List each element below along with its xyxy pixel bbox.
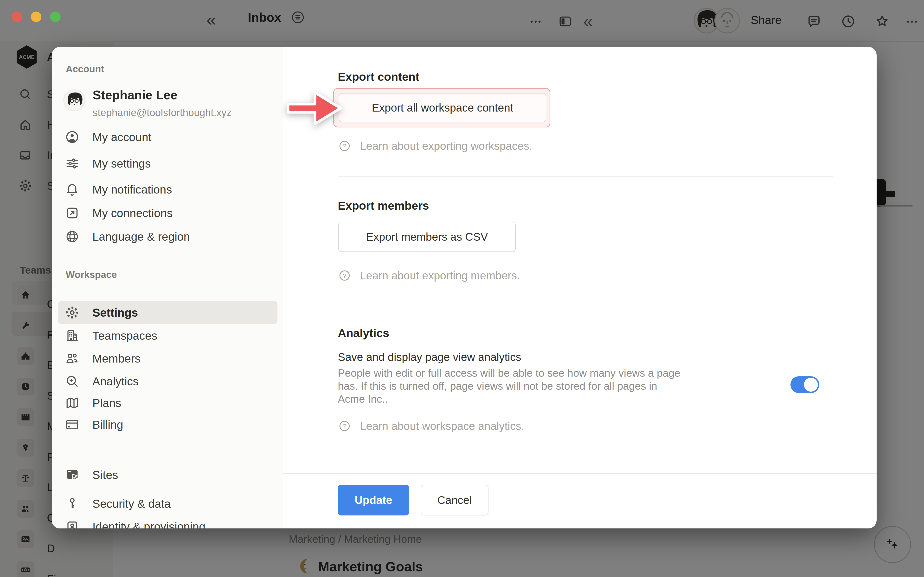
toggle-knob	[804, 378, 818, 392]
sidebar-item-sites[interactable]: Sites	[65, 463, 118, 486]
minimize-window-button[interactable]	[31, 11, 41, 22]
section-divider	[338, 304, 833, 305]
window-controls	[11, 11, 61, 22]
analytics-description: People with edit or full access will be …	[338, 367, 680, 406]
credit-card-icon	[65, 417, 79, 432]
browser-cursor-icon	[65, 467, 79, 482]
account-section-header: Account	[66, 64, 104, 74]
workspace-section-header: Workspace	[66, 269, 117, 280]
map-icon	[65, 396, 79, 410]
analytics-setting-title: Save and display page view analytics	[338, 351, 521, 364]
svg-text:?: ?	[343, 143, 346, 150]
sidebar-item-my-notifications[interactable]: My notifications	[65, 178, 172, 201]
user-name: Stephanie Lee	[93, 88, 178, 102]
help-circle-icon: ?	[338, 420, 351, 432]
screen: « Inbox «	[0, 0, 924, 577]
sidebar-item-members[interactable]: Members	[65, 347, 141, 370]
globe-icon	[65, 229, 79, 244]
learn-workspace-analytics-link[interactable]: ? Learn about workspace analytics.	[338, 420, 524, 432]
sidebar-item-my-account[interactable]: My account	[65, 126, 151, 148]
annotation-highlight-box: Export all workspace content	[333, 88, 550, 127]
sidebar-item-settings[interactable]: Settings	[65, 301, 138, 324]
analytics-toggle[interactable]	[790, 376, 819, 393]
gear-icon	[65, 305, 79, 320]
analytics-heading: Analytics	[338, 327, 389, 340]
learn-exporting-workspaces-link[interactable]: ? Learn about exporting workspaces.	[338, 140, 532, 152]
sidebar-item-billing[interactable]: Billing	[65, 413, 123, 436]
sidebar-item-analytics[interactable]: Analytics	[65, 370, 139, 393]
close-window-button[interactable]	[11, 11, 22, 22]
svg-text:?: ?	[343, 423, 346, 430]
export-members-csv-button[interactable]: Export members as CSV	[338, 222, 516, 252]
settings-sidebar: Account Stephanie Lee stephanie@toolsfor…	[52, 47, 283, 529]
help-circle-icon: ?	[338, 140, 351, 152]
buildings-icon	[65, 329, 79, 343]
user-email: stephanie@toolsforthought.xyz	[93, 107, 231, 119]
person-circle-icon	[65, 130, 79, 144]
members-icon	[65, 351, 79, 366]
sidebar-item-language-region[interactable]: Language & region	[65, 225, 190, 248]
id-badge-icon	[65, 519, 79, 529]
sidebar-item-identity-provisioning[interactable]: Identity & provisioning	[65, 515, 205, 529]
sidebar-item-security-data[interactable]: Security & data	[65, 492, 171, 515]
help-circle-icon: ?	[338, 269, 351, 282]
maximize-window-button[interactable]	[50, 11, 61, 22]
learn-exporting-members-link[interactable]: ? Learn about exporting members.	[338, 269, 520, 282]
sliders-icon	[65, 156, 79, 171]
annotation-arrow-icon	[286, 88, 343, 129]
cancel-button[interactable]: Cancel	[421, 485, 488, 516]
magnifier-sparkle-icon	[65, 374, 79, 388]
sidebar-item-my-settings[interactable]: My settings	[65, 152, 151, 175]
sidebar-item-teamspaces[interactable]: Teamspaces	[65, 324, 157, 347]
section-divider	[338, 176, 833, 177]
sidebar-item-plans[interactable]: Plans	[65, 392, 121, 414]
user-avatar	[64, 90, 84, 110]
key-icon	[65, 496, 79, 511]
export-content-heading: Export content	[338, 70, 419, 84]
export-members-heading: Export members	[338, 199, 429, 212]
export-all-workspace-content-button[interactable]: Export all workspace content	[339, 93, 546, 122]
bell-icon	[65, 182, 79, 197]
footer-divider	[283, 473, 877, 474]
update-button[interactable]: Update	[338, 485, 409, 516]
settings-dialog: Account Stephanie Lee stephanie@toolsfor…	[52, 47, 877, 529]
external-link-icon	[65, 206, 79, 220]
sidebar-item-my-connections[interactable]: My connections	[65, 201, 173, 224]
svg-text:?: ?	[343, 272, 346, 279]
